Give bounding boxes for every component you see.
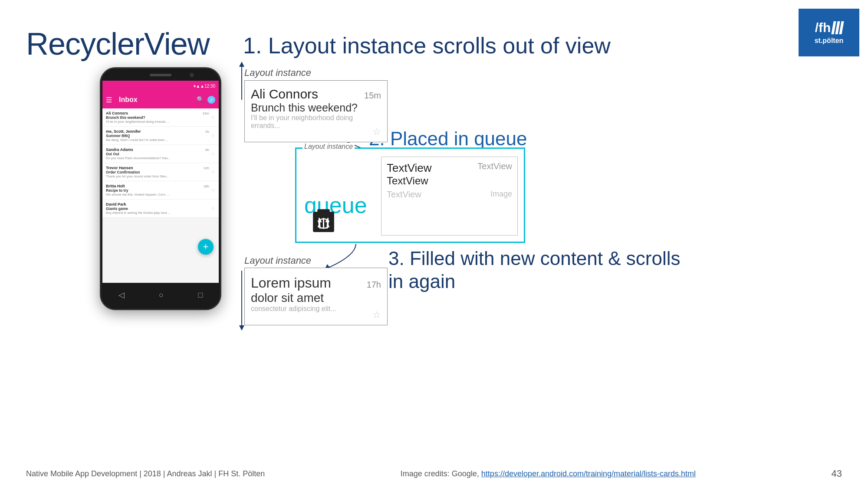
lb3-star-icon[interactable]: ☆ xyxy=(372,309,381,321)
section3-title: 3. Filled with new content & scrolls in … xyxy=(388,247,692,293)
footer-link[interactable]: https://developer.android.com/training/m… xyxy=(481,469,696,478)
email-subject-2: Summer BBQ xyxy=(106,134,209,138)
status-time: 12:30 xyxy=(204,84,215,88)
star-icon-1[interactable]: ☆ xyxy=(211,115,215,120)
fab-button[interactable]: + xyxy=(198,239,214,255)
email-item-4[interactable]: Trevor Hansen 12h Order Confirmation Tha… xyxy=(102,163,219,181)
email-content-1: Ali Connors 15m Brunch this weekend? I'l… xyxy=(106,111,209,124)
email-content-5: Britta Holt 18h Recipe to try We should … xyxy=(106,184,209,197)
email-subject-5: Recipe to try xyxy=(106,188,209,193)
star-icon-4[interactable]: ☆ xyxy=(211,169,215,175)
trash-icon xyxy=(309,206,338,234)
queue-img-label: Image xyxy=(490,190,512,200)
email-item-6[interactable]: David Park Giants game Any interest in s… xyxy=(102,200,219,218)
email-header-3: Sandra Adams 6h xyxy=(106,147,209,152)
phone-mockup: ▾▲▲ 12:30 ☰ Inbox 🔍 ✓ Ali Connors xyxy=(100,67,221,310)
email-time-3: 6h xyxy=(205,148,209,152)
phone-screen: ▾▲▲ 12:30 ☰ Inbox 🔍 ✓ Ali Connors xyxy=(102,81,219,283)
email-from-6: David Park xyxy=(106,202,126,206)
layout-box-1: Ali Connors 15m Brunch this weekend? I'l… xyxy=(244,80,388,142)
layout-label-text-3: Layout instance xyxy=(244,255,311,266)
queue-tv-row3: TextView Image xyxy=(387,190,512,200)
recents-nav-button[interactable]: □ xyxy=(198,291,203,300)
queue-tv-row1: TextView TextView xyxy=(387,161,512,175)
svg-rect-7 xyxy=(317,209,329,213)
layout-box-3: Lorem ipsum 17h dolor sit amet consectet… xyxy=(244,268,388,325)
lb1-star-icon[interactable]: ☆ xyxy=(372,126,381,138)
phone-body: ▾▲▲ 12:30 ☰ Inbox 🔍 ✓ Ali Connors xyxy=(100,67,221,310)
email-time-5: 18h xyxy=(204,184,209,188)
email-subject-3: Oui Oui xyxy=(106,152,209,156)
queue-tv1r: TextView xyxy=(477,161,512,175)
email-preview-5: We should eat this: Grated Squash, Corn,… xyxy=(106,193,209,197)
footer-page: 43 xyxy=(832,468,842,479)
email-from-1: Ali Connors xyxy=(106,111,128,115)
email-header-6: David Park xyxy=(106,202,209,206)
toolbar-title: Inbox xyxy=(119,96,193,104)
search-icon[interactable]: 🔍 xyxy=(197,96,204,104)
email-from-4: Trevor Hansen xyxy=(106,166,133,170)
email-from-3: Sandra Adams xyxy=(106,147,133,152)
star-icon-2[interactable]: ☆ xyxy=(211,133,215,138)
status-icons: ▾▲▲ xyxy=(194,84,204,88)
star-icon-5[interactable]: ☆ xyxy=(211,187,215,193)
email-header-4: Trevor Hansen 12h xyxy=(106,166,209,170)
lb1-subject: Brunch this weekend? xyxy=(251,102,381,114)
email-content-4: Trevor Hansen 12h Order Confirmation Tha… xyxy=(106,166,209,178)
logo-line-3 xyxy=(839,21,844,34)
queue-tv2: TextView xyxy=(387,175,512,187)
lb3-time: 17h xyxy=(367,280,381,290)
footer-center: Image credits: Google, https://developer… xyxy=(401,469,696,478)
email-header-2: me, Scott, Jennifer 2h xyxy=(106,129,209,134)
phone-status-bar: ▾▲▲ 12:30 xyxy=(102,81,219,91)
logo-subtext: st.pölten xyxy=(815,37,844,45)
queue-layout-label: Layout instance xyxy=(302,143,355,151)
lb3-header: Lorem ipsum 17h xyxy=(251,275,381,291)
layout-instance-label-1: Layout instance xyxy=(244,67,311,79)
email-header-1: Ali Connors 15m xyxy=(106,111,209,115)
lb3-name: Lorem ipsum xyxy=(251,275,331,291)
logo-text: /fh xyxy=(815,20,843,35)
email-time-2: 2h xyxy=(205,130,209,134)
email-content-6: David Park Giants game Any interest in s… xyxy=(106,202,209,215)
phone-camera xyxy=(190,73,194,77)
email-preview-6: Any interest in seeing the Knicks play n… xyxy=(106,211,209,215)
queue-tv3: TextView xyxy=(387,190,421,200)
page-title: RecyclerView xyxy=(26,26,210,62)
queue-tv1: TextView xyxy=(387,161,432,175)
email-preview-1: I'll be in your neighborhood doing erran… xyxy=(106,120,209,124)
email-content-2: me, Scott, Jennifer 2h Summer BBQ Aw dan… xyxy=(106,129,209,142)
email-item-3[interactable]: Sandra Adams 6h Oui Oui Do you have Pari… xyxy=(102,145,219,163)
email-item-5[interactable]: Britta Holt 18h Recipe to try We should … xyxy=(102,181,219,200)
check-icon[interactable]: ✓ xyxy=(207,96,215,104)
back-nav-button[interactable]: ◁ xyxy=(118,290,125,300)
lb1-name: Ali Connors xyxy=(251,87,318,102)
home-nav-button[interactable]: ○ xyxy=(159,291,164,300)
queue-inner-box: TextView TextView TextView TextView Imag… xyxy=(381,157,518,236)
email-header-5: Britta Holt 18h xyxy=(106,184,209,188)
email-time-4: 12h xyxy=(204,166,209,170)
email-subject-4: Order Confirmation xyxy=(106,170,209,174)
email-item-2[interactable]: me, Scott, Jennifer 2h Summer BBQ Aw dan… xyxy=(102,127,219,145)
email-subject-6: Giants game xyxy=(106,206,209,211)
queue-box: Layout instance queue TextView TextView … xyxy=(295,147,525,243)
footer-center-prefix: Image credits: Google, xyxy=(401,469,481,478)
phone-toolbar: ☰ Inbox 🔍 ✓ xyxy=(102,91,219,108)
lb3-preview: consectetur adipiscing elit... xyxy=(251,305,381,313)
lb1-time: 15m xyxy=(364,91,381,101)
star-icon-3[interactable]: ☆ xyxy=(211,151,215,157)
logo: /fh st.pölten xyxy=(799,9,859,56)
email-from-2: me, Scott, Jennifer xyxy=(106,129,141,134)
menu-icon[interactable]: ☰ xyxy=(106,96,112,104)
email-time-1: 15m xyxy=(202,111,209,115)
phone-nav-bar: ◁ ○ □ xyxy=(101,284,220,309)
email-preview-2: Aw dang. Wish I could but I'm outta town… xyxy=(106,138,209,142)
star-icon-6[interactable]: ☆ xyxy=(211,206,215,211)
lb1-preview: I'll be in your neighborhood doing erran… xyxy=(251,114,381,130)
lb1-header: Ali Connors 15m xyxy=(251,87,381,102)
footer: Native Mobile App Development | 2018 | A… xyxy=(26,468,842,479)
svg-marker-1 xyxy=(239,62,244,67)
layout-instance-label-3: Layout instance xyxy=(244,255,311,266)
email-item-1[interactable]: Ali Connors 15m Brunch this weekend? I'l… xyxy=(102,108,219,127)
phone-speaker xyxy=(150,74,171,76)
